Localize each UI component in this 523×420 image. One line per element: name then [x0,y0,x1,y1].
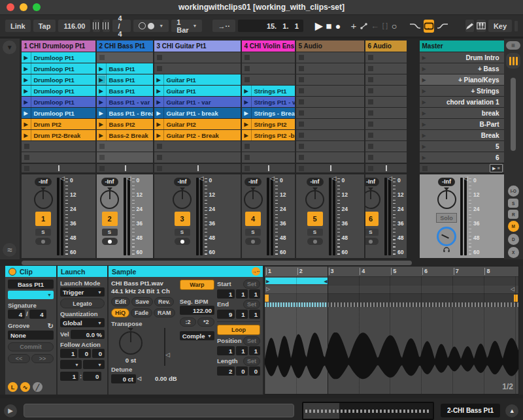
loop-length-sixteenth-field[interactable]: 0 [249,366,260,376]
clip-slot[interactable]: ▶Drumloop Pt1 [22,74,95,85]
clip-slot[interactable]: ▶Guitar Pt1 [154,74,241,85]
volume-display[interactable]: -Inf [35,178,52,186]
clip-launch-button[interactable]: ▶ [154,130,164,140]
clip-stop-button[interactable] [24,155,29,160]
clip-slot[interactable]: ▶Drum Pt2-Break [22,130,95,140]
clip-launch-button[interactable]: ▶ [97,86,107,96]
clip-slot[interactable]: ▶Guitar Pt1 - var [154,97,241,107]
clip-tab[interactable]: 2-CHI Bass Pt1 [441,404,500,417]
clip-launch-button[interactable]: ▶ [22,86,31,96]
solo-button[interactable]: S [175,229,190,236]
clip-stop-button[interactable] [368,77,373,82]
clip-slot[interactable] [296,119,364,129]
clip-slot[interactable] [365,130,407,140]
clip-launch-button[interactable]: ▶ [154,86,164,96]
clip-stop-button[interactable] [157,144,162,149]
launch-mode-chooser[interactable]: Trigger ▼ [60,287,105,297]
view-toggle-x[interactable]: X [508,247,519,258]
volume-display[interactable]: -Inf [438,178,455,186]
save-button[interactable]: Save [131,297,153,306]
clip-slot[interactable] [296,97,364,107]
track-activator-button[interactable]: 6 [365,212,379,226]
clip-stop-button[interactable] [245,55,250,60]
tap-tempo-button[interactable]: Tap [33,20,56,32]
scene-row[interactable]: ▶5 [420,141,504,152]
master-title-button[interactable]: Master [420,40,504,52]
end-beat-field[interactable]: 1 [236,310,247,319]
length-set-button[interactable]: Set [243,357,260,366]
clip-launch-button[interactable]: ▶ [154,74,164,85]
cue-volume-knob[interactable] [437,227,456,246]
clip-slot[interactable]: ▶Guitar Pt1 - break [154,108,241,118]
sample-gain-slider[interactable]: ◁ [161,328,169,366]
clip-slot[interactable]: ▶Strings Pt1 [242,86,295,96]
io-meter-button[interactable] [506,53,520,69]
clip-stop-button[interactable] [368,66,373,71]
position-set-button[interactable]: Set [243,336,260,346]
reverse-button[interactable]: Rev. [154,297,174,306]
start-set-button[interactable]: Set [243,280,260,289]
clip-slot[interactable]: ▶Strings - Break [242,108,295,118]
clip-slot[interactable]: ▶Guitar Pt2 [154,119,241,129]
scene-row[interactable]: ▶B-Part [420,119,504,129]
pan-knob[interactable] [173,187,192,209]
loop-position-sixteenth-field[interactable]: 1 [249,346,260,355]
follow-chance-b-field[interactable]: 0 [83,372,101,381]
detune-field[interactable]: 0 ct [111,374,136,383]
clip-slot[interactable] [154,63,241,74]
slider-handle-icon[interactable]: ◁ [165,351,170,358]
clip-slot[interactable]: ▶Guitar Pt2 - Break [154,130,241,140]
loop-length-bar-field[interactable]: 2 [217,366,235,376]
clip-slot[interactable] [296,141,364,152]
end-sixteenth-field[interactable]: 1 [249,310,260,319]
clip-launch-button[interactable]: ▶ [97,108,107,118]
clip-slot[interactable]: ▶Drumloop Pt1 [22,63,95,74]
clip-launch-button[interactable]: ▶ [242,97,252,107]
clip-slot[interactable] [242,152,295,163]
track-title-button[interactable]: 2 CHI Bass Pt1 [97,40,153,52]
clip-launch-button[interactable]: ▶ [242,130,252,140]
view-toggle-s[interactable]: S [508,199,518,208]
arm-button[interactable] [175,238,190,245]
scene-menu-button[interactable]: ≡ [506,41,520,50]
volume-display[interactable]: -Inf [245,178,262,186]
clip-slot[interactable] [296,74,364,85]
stop-clips-button[interactable] [157,166,162,171]
follow-action-sixteenth-field[interactable]: 0 [92,349,105,358]
clip-launch-button[interactable]: ▶ [97,63,107,74]
clip-slot[interactable] [22,152,95,163]
clip-box-header[interactable]: Clip [5,266,56,277]
clip-stop-button[interactable] [368,99,373,105]
metronome-button[interactable]: ▼ [133,20,169,32]
clip-stop-button[interactable] [157,155,162,160]
clip-stop-button[interactable] [299,144,304,149]
clip-slot[interactable] [97,52,153,63]
expand-clip-view-button[interactable]: ▲ [505,404,518,417]
volume-display[interactable]: -Inf [307,178,324,186]
solo-button[interactable]: S [365,229,379,236]
overdub-button[interactable]: + [350,20,357,32]
clip-launch-button[interactable]: ▶ [22,97,31,107]
velocity-field[interactable]: 0.0 % [71,330,105,339]
clip-slot[interactable] [242,74,295,85]
track-title-button[interactable]: 3 CHI Guitar Pt1 [154,40,241,52]
clip-slot[interactable] [242,63,295,74]
warp-marker[interactable] [265,295,269,302]
pan-knob-dial[interactable] [365,190,380,209]
follow-action-bar-field[interactable]: 1 [60,349,77,358]
clip-slot[interactable] [154,152,241,163]
clip-launch-button[interactable]: ▶ [154,97,164,107]
clip-launch-button[interactable]: ▶ [22,130,31,140]
clip-launch-button[interactable]: ▶ [22,52,31,63]
volume-display[interactable]: -Inf [174,178,191,186]
sample-detail-arrow-button[interactable]: →·· [252,267,260,276]
fold-tracks-button[interactable]: ▼ [3,40,16,54]
clip-slot[interactable]: ▶Bass Pt2 [97,119,153,129]
stop-clips-button[interactable] [99,166,105,171]
warp-button[interactable]: Warp [180,280,214,290]
clip-stop-button[interactable] [368,55,373,60]
follow-action-a-chooser[interactable]: ▼ [60,360,82,369]
pan-knob-dial[interactable] [100,190,119,209]
clip-slot[interactable] [296,130,364,140]
view-toggle-d[interactable]: D [508,234,519,245]
